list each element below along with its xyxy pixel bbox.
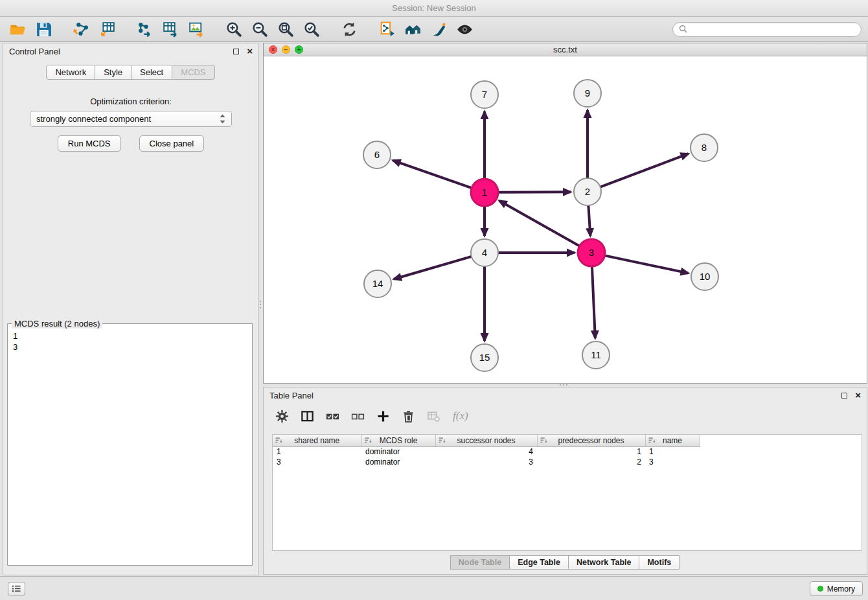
- maximize-window-button[interactable]: +: [295, 45, 303, 54]
- optimization-dropdown[interactable]: strongly connected component: [30, 111, 232, 127]
- edge-4-14[interactable]: [394, 257, 472, 279]
- add-column-icon[interactable]: [374, 408, 391, 424]
- edge-1-6[interactable]: [393, 161, 472, 188]
- edge-3-1[interactable]: [499, 201, 580, 246]
- memory-label: Memory: [827, 584, 855, 594]
- node-14[interactable]: 14: [364, 270, 391, 297]
- table-cell: dominator: [361, 446, 435, 457]
- network-window-titlebar[interactable]: × − + scc.txt: [264, 43, 867, 56]
- overview-icon[interactable]: [402, 19, 424, 40]
- node-label: 9: [585, 87, 590, 98]
- column-label: predecessor nodes: [558, 436, 624, 445]
- node-8[interactable]: 8: [691, 134, 718, 161]
- tab-network-table[interactable]: Network Table: [568, 555, 640, 570]
- edge-2-8[interactable]: [600, 154, 689, 187]
- zoom-out-icon[interactable]: [249, 19, 271, 40]
- column-header-successor-nodes[interactable]: successor nodes: [435, 435, 537, 446]
- export-image-icon[interactable]: [185, 19, 207, 40]
- show-hide-icon[interactable]: [453, 19, 475, 40]
- show-columns-icon[interactable]: [299, 408, 315, 424]
- node-4[interactable]: 4: [471, 239, 498, 266]
- node-7[interactable]: 7: [471, 81, 498, 108]
- memory-button[interactable]: Memory: [810, 581, 863, 596]
- control-panel-tabs: NetworkStyleSelectMCDS: [3, 65, 258, 80]
- table-panel-float-icon[interactable]: [841, 393, 847, 398]
- app-window: Session: New Session Control Panel × Net…: [0, 0, 868, 600]
- search-field[interactable]: [672, 22, 862, 37]
- table-toolbar: f(x): [264, 403, 867, 429]
- result-line: 3: [13, 341, 247, 352]
- tab-node-table[interactable]: Node Table: [450, 555, 510, 570]
- style-icon[interactable]: [428, 19, 450, 40]
- sort-icon: [439, 437, 446, 446]
- table-cell: 2: [537, 457, 645, 467]
- zoom-fit-icon[interactable]: [275, 19, 297, 40]
- node-2[interactable]: 2: [574, 178, 601, 205]
- import-table-icon[interactable]: [96, 19, 118, 40]
- edge-3-10[interactable]: [605, 255, 689, 273]
- minimize-window-button[interactable]: −: [282, 45, 290, 54]
- node-10[interactable]: 10: [691, 263, 718, 290]
- tab-select[interactable]: Select: [131, 65, 172, 80]
- deselect-all-rows-icon[interactable]: [349, 408, 366, 424]
- node-label: 11: [591, 349, 601, 360]
- tab-network[interactable]: Network: [46, 65, 95, 80]
- control-panel-header: Control Panel ×: [3, 43, 258, 59]
- column-header-shared-name[interactable]: shared name: [273, 435, 361, 446]
- edge-3-11[interactable]: [592, 266, 595, 338]
- table-cell: dominator: [361, 457, 435, 467]
- window-titlebar[interactable]: Session: New Session: [0, 0, 868, 17]
- node-6[interactable]: 6: [363, 141, 391, 168]
- node-label: 8: [702, 142, 707, 153]
- delete-column-icon[interactable]: [400, 408, 417, 424]
- node-table: shared nameMCDS rolesuccessor nodesprede…: [272, 434, 862, 551]
- run-mcds-button[interactable]: Run MCDS: [58, 135, 121, 152]
- delete-table-icon: [425, 408, 442, 424]
- export-network-icon[interactable]: [133, 19, 155, 40]
- sort-icon: [540, 437, 547, 446]
- node-1[interactable]: 1: [471, 179, 498, 206]
- sort-icon: [365, 437, 372, 446]
- node-15[interactable]: 15: [471, 344, 498, 371]
- network-canvas[interactable]: 7968124314101511: [264, 56, 867, 383]
- tab-mcds[interactable]: MCDS: [172, 65, 214, 80]
- network-window-title: scc.txt: [553, 45, 577, 54]
- table-cell: 3: [273, 457, 361, 467]
- node-9[interactable]: 9: [574, 80, 601, 107]
- column-header-mcds-role[interactable]: MCDS role: [361, 435, 435, 446]
- node-label: 4: [482, 247, 487, 258]
- column-header-name[interactable]: name: [645, 435, 700, 446]
- export-table-icon[interactable]: [159, 19, 181, 40]
- save-session-icon[interactable]: [32, 19, 54, 40]
- table-row[interactable]: 3dominator323: [273, 457, 700, 467]
- close-window-button[interactable]: ×: [269, 45, 277, 54]
- fx-label: f(x): [450, 410, 471, 422]
- select-all-rows-icon[interactable]: [324, 408, 341, 424]
- search-input[interactable]: [691, 25, 855, 34]
- control-panel-float-icon[interactable]: [233, 49, 239, 54]
- copy-network-icon[interactable]: [376, 19, 398, 40]
- table-settings-gear-icon[interactable]: [273, 408, 290, 424]
- edge-1-2[interactable]: [498, 192, 571, 192]
- refresh-icon[interactable]: [338, 19, 360, 40]
- close-panel-button[interactable]: Close panel: [139, 135, 205, 152]
- import-network-icon[interactable]: [70, 19, 92, 40]
- zoom-in-icon[interactable]: [223, 19, 245, 40]
- control-panel-close-icon[interactable]: ×: [247, 47, 253, 55]
- node-11[interactable]: 11: [582, 341, 610, 369]
- window-title: Session: New Session: [392, 3, 475, 13]
- search-icon: [679, 24, 687, 36]
- table-panel-close-icon[interactable]: ×: [855, 391, 861, 399]
- tab-motifs[interactable]: Motifs: [639, 555, 680, 570]
- tab-edge-table[interactable]: Edge Table: [509, 555, 569, 570]
- table-row[interactable]: 1dominator411: [273, 446, 700, 457]
- column-header-predecessor-nodes[interactable]: predecessor nodes: [537, 435, 645, 446]
- edge-2-3[interactable]: [588, 205, 590, 236]
- tab-style[interactable]: Style: [95, 65, 131, 80]
- task-history-button[interactable]: [8, 582, 25, 595]
- table-panel: Table Panel × f(x) shared nameMCDS roles…: [263, 387, 867, 575]
- zoom-selected-icon[interactable]: [301, 19, 323, 40]
- node-label: 6: [374, 149, 380, 160]
- open-file-icon[interactable]: [6, 19, 29, 40]
- node-3[interactable]: 3: [578, 239, 605, 266]
